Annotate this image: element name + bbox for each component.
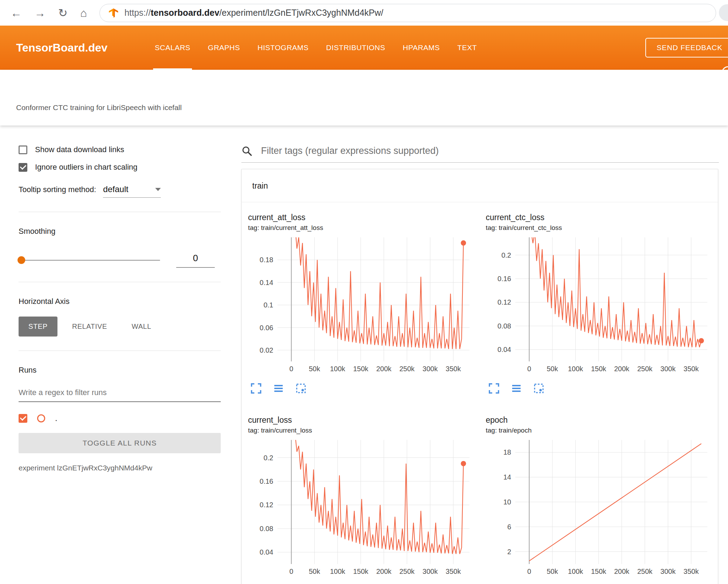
svg-text:6: 6 [507, 523, 511, 531]
ignore-outliers-row: Ignore outliers in chart scaling [19, 163, 221, 172]
divider [19, 212, 221, 212]
svg-text:0.08: 0.08 [497, 322, 511, 330]
svg-text:200k: 200k [614, 568, 630, 575]
run-visibility-checkbox[interactable] [19, 414, 27, 423]
url-bar[interactable]: https://tensorboard.dev/experiment/lzGnE… [99, 4, 716, 22]
axis-relative-button[interactable]: RELATIVE [62, 317, 117, 337]
filter-tags-input[interactable] [260, 145, 719, 157]
back-arrow-icon[interactable]: ← [11, 7, 22, 19]
tab-distributions[interactable]: DISTRIBUTIONS [317, 26, 394, 70]
runs-filter-input[interactable] [19, 384, 221, 402]
chart-title: current_ctc_loss [486, 213, 715, 222]
chart-panel: current_att_loss tag: train/current_att_… [248, 213, 477, 394]
chart-toolbar [248, 382, 477, 394]
svg-text:0: 0 [289, 365, 293, 373]
browser-chrome: ← → ↻ ⌂ https://tensorboard.dev/experime… [0, 0, 728, 26]
run-color-icon[interactable] [37, 414, 45, 422]
svg-text:0.18: 0.18 [260, 256, 273, 264]
line-chart[interactable]: 0.040.080.120.160.2050k100k150k200k250k3… [486, 235, 714, 375]
svg-text:0.08: 0.08 [260, 525, 273, 532]
horizontal-axis-label: Horizontal Axis [19, 297, 221, 306]
chart-title: current_att_loss [248, 213, 477, 222]
toggle-y-axis-icon[interactable] [273, 382, 284, 394]
ignore-outliers-label: Ignore outliers in chart scaling [35, 163, 137, 172]
help-icon[interactable] [722, 66, 728, 70]
svg-text:150k: 150k [591, 365, 606, 373]
tab-hparams[interactable]: HPARAMS [394, 26, 449, 70]
axis-step-button[interactable]: STEP [19, 317, 57, 337]
svg-text:300k: 300k [423, 568, 438, 575]
svg-text:300k: 300k [660, 568, 676, 575]
svg-text:250k: 250k [399, 365, 415, 373]
svg-text:150k: 150k [353, 568, 369, 575]
chart-title: current_loss [248, 415, 477, 425]
svg-text:50k: 50k [309, 365, 320, 373]
svg-text:0.12: 0.12 [260, 501, 273, 509]
svg-text:350k: 350k [446, 568, 461, 575]
tab-scalars[interactable]: SCALARS [146, 26, 199, 70]
reload-icon[interactable]: ↻ [58, 7, 68, 19]
svg-text:150k: 150k [353, 365, 369, 373]
top-nav: SCALARS GRAPHS HISTOGRAMS DISTRIBUTIONS … [146, 26, 486, 70]
show-download-links-checkbox[interactable] [19, 145, 27, 154]
svg-text:100k: 100k [330, 568, 345, 575]
tab-histograms[interactable]: HISTOGRAMS [249, 26, 317, 70]
line-chart[interactable]: 26101418050k100k150k200k250k300k350k [486, 438, 714, 578]
home-icon[interactable]: ⌂ [80, 7, 87, 19]
svg-text:200k: 200k [376, 568, 392, 575]
expand-chart-icon[interactable] [250, 382, 262, 394]
content: Show data download links Ignore outliers… [0, 125, 728, 584]
charts-grid: current_att_loss tag: train/current_att_… [242, 202, 718, 584]
filter-tags-row [241, 145, 719, 163]
svg-text:0.02: 0.02 [260, 346, 273, 354]
tooltip-sorting-value: default [103, 184, 128, 194]
svg-text:0.16: 0.16 [260, 477, 273, 485]
svg-text:300k: 300k [423, 365, 438, 373]
chevron-down-icon [155, 188, 161, 191]
chart-tag: tag: train/current_att_loss [248, 224, 477, 232]
experiment-id-text: experiment lzGnETjwRxC3yghNMd4kPw [19, 464, 221, 472]
ignore-outliers-checkbox[interactable] [19, 163, 27, 172]
line-chart[interactable]: 0.040.080.120.160.2050k100k150k200k250k3… [248, 438, 476, 578]
smoothing-label: Smoothing [19, 227, 221, 236]
svg-text:350k: 350k [446, 365, 461, 373]
app-header: TensorBoard.dev SCALARS GRAPHS HISTOGRAM… [0, 26, 728, 70]
send-feedback-button[interactable]: SEND FEEDBACK [645, 38, 728, 57]
svg-text:0.1: 0.1 [263, 301, 273, 309]
smoothing-slider[interactable] [19, 260, 160, 261]
browser-avatar[interactable] [719, 4, 728, 21]
svg-text:350k: 350k [684, 365, 699, 373]
chart-toolbar [486, 382, 715, 394]
tooltip-sorting-row: Tooltip sorting method: default [19, 184, 221, 198]
train-section-card: train current_att_loss tag: train/curren… [241, 169, 718, 584]
svg-text:0.16: 0.16 [497, 275, 511, 283]
section-title[interactable]: train [242, 169, 718, 202]
horizontal-axis-buttons: STEP RELATIVE WALL [19, 317, 221, 337]
toggle-y-axis-icon[interactable] [510, 382, 522, 394]
tab-text[interactable]: TEXT [448, 26, 486, 70]
svg-text:0.2: 0.2 [263, 454, 273, 462]
sidebar: Show data download links Ignore outliers… [0, 125, 228, 584]
svg-text:0: 0 [527, 365, 531, 373]
fit-domain-icon[interactable] [533, 382, 545, 394]
svg-text:50k: 50k [547, 568, 558, 575]
svg-text:10: 10 [503, 498, 511, 506]
smoothing-slider-thumb[interactable] [18, 256, 25, 264]
svg-text:0: 0 [289, 568, 293, 575]
svg-text:0.12: 0.12 [497, 298, 511, 306]
fit-domain-icon[interactable] [295, 382, 307, 394]
run-row: . [19, 413, 221, 423]
tooltip-sorting-select[interactable]: default [103, 184, 161, 198]
smoothing-row: 0 [19, 253, 221, 268]
svg-text:250k: 250k [637, 365, 653, 373]
chart-panel: current_loss tag: train/current_loss 0.0… [248, 415, 477, 584]
axis-wall-button[interactable]: WALL [122, 317, 161, 337]
line-chart[interactable]: 0.020.060.10.140.18050k100k150k200k250k3… [248, 235, 476, 375]
forward-arrow-icon[interactable]: → [34, 7, 46, 19]
chart-tag: tag: train/epoch [486, 427, 715, 434]
toggle-all-runs-button[interactable]: TOGGLE ALL RUNS [19, 433, 221, 453]
svg-text:0.04: 0.04 [260, 548, 273, 556]
expand-chart-icon[interactable] [488, 382, 500, 394]
tab-graphs[interactable]: GRAPHS [199, 26, 249, 70]
smoothing-value-input[interactable]: 0 [176, 253, 215, 268]
